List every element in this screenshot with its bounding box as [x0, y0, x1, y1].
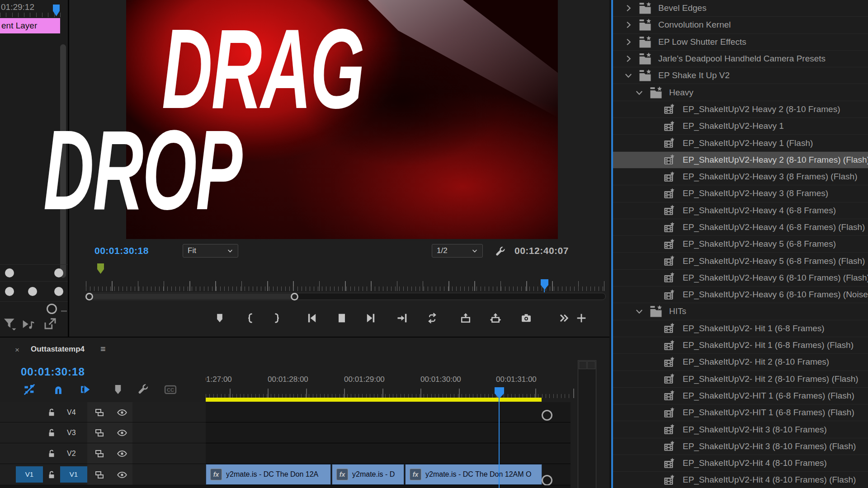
effect-preset-row[interactable]: EP_ShakeItUpV2-Hit 4 (8-10 Frames) — [613, 455, 868, 472]
close-tab-icon[interactable]: × — [15, 346, 19, 355]
scrollbar-cell[interactable] — [587, 361, 595, 369]
track-scroll-handle-top[interactable] — [542, 410, 552, 421]
snap-icon[interactable] — [52, 383, 65, 396]
chevron-right-icon[interactable] — [624, 4, 635, 13]
play-audio-icon[interactable] — [21, 317, 35, 332]
adjustment-layer-bar[interactable]: ent Layer — [0, 18, 60, 33]
keyframe-dot[interactable] — [54, 268, 63, 277]
green-marker[interactable] — [97, 263, 104, 274]
keyframe-dot[interactable] — [5, 268, 14, 277]
effect-preset-row[interactable]: EP_ShakeItUpV2-Heavy 4 (6-8 Frames) — [613, 202, 868, 219]
effect-preset-row[interactable]: EP_ShakeItUpV2-Heavy 5 (6-8 Frames) (Fla… — [613, 253, 868, 269]
monitor-scrollbar-thumb[interactable] — [89, 294, 297, 299]
lock-open-icon[interactable] — [47, 428, 57, 438]
zoom-level-dropdown[interactable]: Fit — [183, 244, 238, 258]
effect-preset-row[interactable]: EP_ShakeItUpV2-Heavy 3 (8 Frames) (Flash… — [613, 169, 868, 185]
mark-in-icon[interactable] — [244, 312, 257, 324]
effect-preset-row[interactable]: EP_ShakeItUpV2 Heavy 2 (8-10 Frames) — [613, 101, 868, 118]
eye-icon[interactable] — [117, 407, 127, 418]
monitor-current-timecode[interactable]: 00:01:30:18 — [94, 245, 149, 256]
export-frame-icon[interactable] — [520, 312, 533, 324]
keyframe-dot[interactable] — [5, 287, 14, 296]
eye-icon[interactable] — [117, 469, 127, 480]
chevron-right-icon[interactable] — [624, 54, 635, 63]
effect-preset-row[interactable]: EP_ShakeItUpV2-Hit 3 (8-10 Frames) — [613, 421, 868, 438]
effects-bin-row[interactable]: HITs — [613, 303, 868, 320]
effect-preset-row[interactable]: EP_ShakeItUpV2-Heavy 4 (6-8 Frames) (Fla… — [613, 219, 868, 236]
keyframe-dot[interactable] — [28, 287, 37, 296]
eye-icon[interactable] — [117, 448, 127, 459]
effect-preset-row[interactable]: EP_ShakeItUpV2-HIT 1 (6-8 Frames) (Flash… — [613, 388, 868, 404]
eye-icon[interactable] — [117, 427, 127, 438]
monitor-scrollbar-right-handle[interactable] — [291, 293, 298, 300]
effect-preset-row[interactable]: EP_ShakeItUpV2-Heavy 1 (Flash) — [613, 135, 868, 151]
settings-wrench-icon[interactable] — [137, 383, 150, 396]
effects-bin-row[interactable]: Heavy — [613, 84, 868, 101]
effect-controls-ruler-ticks[interactable] — [0, 13, 61, 17]
track-content-v3[interactable] — [206, 422, 571, 443]
chevron-right-icon[interactable] — [624, 38, 635, 47]
timeline-clip[interactable]: fxy2mate.is - DC The Don 12AM O — [405, 464, 542, 485]
effect-preset-row[interactable]: EP_ShakeItUpV2-Heavy 3 (8 Frames) — [613, 185, 868, 202]
effect-preset-row[interactable]: EP_ShakeItUpV2-Heavy 5 (6-8 Frames) — [613, 236, 868, 253]
track-output-icon[interactable] — [94, 427, 105, 438]
horizontal-zoom-handle[interactable] — [47, 304, 57, 314]
monitor-ruler-minor-ticks[interactable] — [86, 286, 606, 291]
effect-preset-row[interactable]: EP_ShakeItUpV2- Hit 1 (6-8 Frames) (Flas… — [613, 337, 868, 354]
effect-preset-row[interactable]: EP_ShakeItUpV2- Hit 2 (8-10 Frames) (Fla… — [613, 371, 868, 388]
linked-selection-icon[interactable] — [79, 383, 92, 396]
timeline-clip[interactable]: fxy2mate.is - DC The Don 12A — [206, 464, 331, 485]
step-forward-icon[interactable] — [364, 312, 377, 324]
track-content-v1[interactable]: fxy2mate.is - DC The Don 12Afxy2mate.is … — [206, 464, 571, 485]
chevron-right-icon[interactable] — [624, 20, 635, 29]
track-scroll-handle-bottom[interactable] — [542, 475, 552, 486]
effect-preset-row[interactable]: EP_ShakeItUpV2- Hit 2 (8-10 Frames) — [613, 354, 868, 371]
effect-preset-row[interactable]: EP_ShakeItUpV2-Heavy 6 (8-10 Frames) (Fl… — [613, 270, 868, 286]
timeline-ruler[interactable]: 00:01:27:0000:01:28:0000:01:29:0000:01:3… — [206, 375, 571, 385]
playback-resolution-dropdown[interactable]: 1/2 — [432, 244, 483, 258]
effects-bin-row[interactable]: EP Shake It Up V2 — [613, 67, 868, 84]
effects-bin-row[interactable]: EP Low Shutter Effects — [613, 34, 868, 51]
effect-preset-row[interactable]: EP_ShakeItUpV2-Hit 4 (8-10 Frames) (Flas… — [613, 472, 868, 488]
effect-preset-row[interactable]: EP_ShakeItUpV2-Heavy 2 (8-10 Frames) (Fl… — [613, 152, 868, 169]
effects-bin-row[interactable]: Bevel Edges — [613, 0, 868, 17]
horizontal-scrollbar-stub[interactable] — [61, 310, 67, 312]
mark-out-icon[interactable] — [270, 312, 283, 324]
chevron-down-icon[interactable] — [635, 307, 646, 316]
lock-open-icon[interactable] — [47, 470, 57, 480]
lift-icon[interactable] — [459, 312, 472, 324]
track-output-icon[interactable] — [94, 469, 105, 480]
filter-icon[interactable] — [2, 316, 17, 331]
add-button-icon[interactable] — [575, 312, 588, 324]
chevron-down-icon[interactable] — [624, 71, 635, 80]
monitor-scrollbar-left-handle[interactable] — [85, 293, 93, 300]
step-back-icon[interactable] — [306, 312, 318, 324]
track-target-v1[interactable]: V1 — [60, 466, 87, 483]
effect-preset-row[interactable]: EP_ShakeItUpV2-HIT 1 (6-8 Frames) (Flash… — [613, 404, 868, 421]
add-marker-icon[interactable] — [213, 312, 226, 324]
go-to-out-icon[interactable] — [396, 312, 409, 324]
effect-preset-row[interactable]: EP_ShakeItUpV2-Hit 3 (8-10 Frames) (Flas… — [613, 438, 868, 455]
loop-icon[interactable] — [426, 312, 439, 324]
scrollbar-cell[interactable] — [579, 361, 587, 369]
stop-icon[interactable] — [335, 312, 348, 324]
nest-icon[interactable] — [23, 383, 36, 396]
effects-bin-row[interactable]: Jarle's Deadpool Handheld Camera Presets — [613, 51, 868, 67]
more-icon[interactable] — [558, 312, 571, 324]
keyframe-dot[interactable] — [54, 287, 63, 296]
timeline-vertical-scrollbar[interactable] — [578, 360, 596, 488]
track-output-icon[interactable] — [94, 407, 105, 418]
export-icon[interactable] — [42, 317, 57, 331]
effect-preset-row[interactable]: EP_ShakeItUpV2-Heavy 6 (8-10 Frames) (No… — [613, 286, 868, 303]
lock-open-icon[interactable] — [47, 449, 57, 459]
timeline-tab-title[interactable]: Outtastatemp4 — [31, 345, 85, 354]
chevron-down-icon[interactable] — [635, 88, 646, 97]
captions-icon[interactable]: CC — [164, 383, 177, 396]
track-content-v2[interactable] — [206, 443, 571, 464]
lock-open-icon[interactable] — [47, 408, 57, 418]
track-content-v4[interactable] — [206, 402, 571, 422]
timeline-timecode[interactable]: 00:01:30:18 — [21, 366, 85, 378]
effect-preset-row[interactable]: EP_ShakeItUpV2- Hit 1 (6-8 Frames) — [613, 320, 868, 337]
track-output-icon[interactable] — [94, 448, 105, 459]
panel-menu-icon[interactable]: ≡ — [100, 344, 106, 354]
